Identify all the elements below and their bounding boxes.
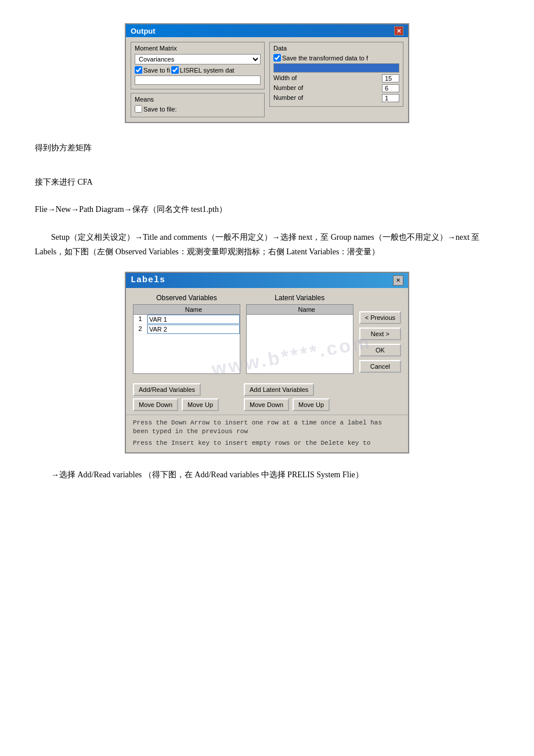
moment-filename-input[interactable]: test1.cov [135,75,261,85]
add-read-variables-button[interactable]: Add/Read Variables [133,383,201,396]
add-latent-variables-button[interactable]: Add Latent Variables [244,383,314,396]
latent-move-down-button[interactable]: Move Down [244,398,289,411]
observed-list: Name 1 VAR 1 2 VAR 2 [133,304,240,374]
means-save-checkbox[interactable] [135,105,142,113]
observed-bottom: Add/Read Variables Move Down Move Up [133,383,238,411]
save-to-fi-row: Save to fi LISREL system dat [135,66,261,74]
output-title-bar: Output ✕ [126,24,408,37]
means-save-row: Save to file: [135,105,261,113]
number-label1: Number of [273,84,303,92]
text1: 得到协方差矩阵 [35,141,499,155]
labels-close-button[interactable]: ✕ [393,275,403,286]
width-value: 15 [382,74,399,82]
observed-name-header: Name [149,306,239,313]
labels-main-content: Observed Variables Name 1 VAR 1 2 VAR 2 … [126,288,408,380]
latent-move-row: Move Down Move Up [244,398,349,411]
means-label: Means [135,96,261,103]
observed-var-2-name[interactable]: VAR 2 [147,325,240,334]
latent-bottom: Add Latent Variables Move Down Move Up [244,383,349,411]
text2: 接下来进行 CFA [35,175,499,189]
latent-move-up-button[interactable]: Move Up [293,398,330,411]
text5: →选择 Add/Read variables （得下图，在 Add/Read v… [35,467,499,482]
means-save-label: Save to file: [143,106,176,113]
output-dialog: Output ✕ Moment Matrix Covariances Save … [125,23,409,123]
observed-move-row: Move Down Move Up [133,398,238,411]
save-transformed-checkbox[interactable] [273,54,281,62]
buttons-spacer [355,383,401,411]
observed-move-down-button[interactable]: Move Down [133,398,178,411]
info-text-2: Press the Insert key to insert empty row… [133,439,401,448]
observed-title: Observed Variables [133,294,240,302]
save-transformed-label: Save the transformed data to f [282,55,368,62]
latent-list: Name [246,304,353,374]
width-row: Width of 15 [273,74,399,82]
moment-matrix-panel: Moment Matrix Covariances Save to fi LIS… [131,42,265,89]
previous-button[interactable]: < Previous [359,311,401,324]
side-buttons: < Previous Next > OK Cancel [359,294,401,374]
lisrel-system-checkbox[interactable] [171,66,179,74]
number-row1: Number of 6 [273,84,399,92]
observed-var-row-2[interactable]: 2 VAR 2 [134,325,240,334]
moment-matrix-label: Moment Matrix [135,45,261,52]
observed-var-1-name[interactable]: VAR 1 [147,315,240,324]
output-content: Moment Matrix Covariances Save to fi LIS… [126,37,408,122]
labels-title: Labels [131,275,165,285]
latent-list-header: Name [247,305,353,315]
observed-var-row-1[interactable]: 1 VAR 1 [134,315,240,325]
cancel-button[interactable]: Cancel [359,360,401,373]
number-value2: 1 [382,94,399,102]
observed-move-up-button[interactable]: Move Up [182,398,219,411]
lisrel-system-label: LISREL system dat [180,67,234,74]
latent-name-header: Name [262,306,352,313]
covariances-dropdown[interactable]: Covariances [135,54,261,64]
latent-vars-section: Latent Variables Name [246,294,353,374]
width-label: Width of [273,74,297,82]
number-label2: Number of [273,94,303,102]
number-value1: 6 [382,84,399,92]
save-to-fi-checkbox[interactable] [135,66,142,74]
text3: Flie→New→Path Diagram→保存（同名文件 test1.pth） [35,202,499,217]
save-transformed-row: Save the transformed data to f [273,54,399,62]
next-button[interactable]: Next > [359,327,401,340]
means-panel: Means Save to file: [131,93,265,117]
data-filename-input[interactable]: test1.dsf [273,63,399,73]
output-title: Output [131,27,156,35]
observed-vars-section: Observed Variables Name 1 VAR 1 2 VAR 2 [133,294,240,374]
labels-dialog: www.b****.com Labels ✕ Observed Variable… [125,272,409,453]
info-text-1: Press the Down Arrow to insert one row a… [133,419,401,437]
number-row2: Number of 1 [273,94,399,102]
data-label: Data [273,45,399,52]
save-to-fi-label: Save to fi [143,67,170,74]
info-text-area: Press the Down Arrow to insert one row a… [126,415,408,452]
output-close-button[interactable]: ✕ [394,26,403,35]
latent-title: Latent Variables [246,294,353,302]
labels-title-bar: Labels ✕ [126,273,408,288]
ok-button[interactable]: OK [359,344,401,357]
text4: Setup（定义相关设定）→Title and comments（一般不用定义）… [35,230,499,259]
data-panel: Data Save the transformed data to f test… [269,42,403,107]
bottom-buttons-section: Add/Read Variables Move Down Move Up Add… [126,380,408,415]
observed-list-header: Name [134,305,240,315]
